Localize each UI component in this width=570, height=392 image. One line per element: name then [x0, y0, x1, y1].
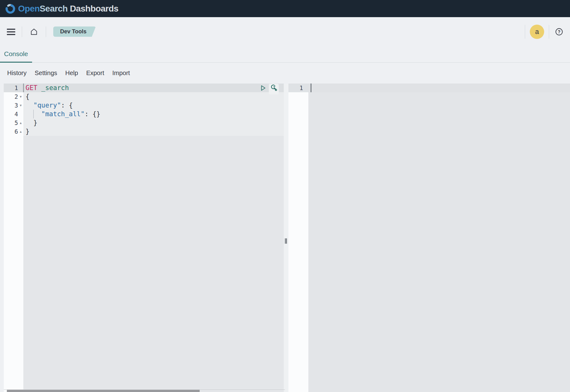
line-number: 6	[4, 127, 18, 136]
gutter-line: 3▾	[4, 101, 23, 110]
gutter-line: 4	[4, 110, 23, 118]
code-token-punct: }	[26, 128, 30, 135]
hamburger-icon	[7, 28, 15, 36]
menu-item-help[interactable]: Help	[65, 69, 78, 77]
wrench-icon	[270, 84, 278, 92]
svg-text:?: ?	[558, 29, 561, 34]
fold-arrow-icon[interactable]: ▴	[18, 127, 23, 136]
top-navbar: OpenSearch Dashboards	[0, 0, 570, 17]
fold-arrow-icon[interactable]: ▴	[18, 118, 23, 127]
code-line[interactable]: "query": {	[23, 101, 284, 110]
response-gutter-line: 1	[288, 84, 308, 92]
resizer-handle-icon[interactable]	[285, 238, 287, 244]
menu-item-import[interactable]: Import	[112, 69, 130, 77]
line-number: 5	[4, 118, 18, 127]
indent-guide	[33, 110, 34, 118]
line-number: 3	[4, 101, 18, 110]
code-token-key: "query"	[33, 102, 61, 109]
logo-text: OpenSearch Dashboards	[18, 4, 118, 14]
opensearch-logo[interactable]: OpenSearch Dashboards	[4, 3, 118, 15]
request-text-cursor	[23, 84, 24, 92]
gutter-line: 6▴	[4, 127, 23, 136]
gutter-line: 2▾	[4, 92, 23, 101]
menu-hamburger-button[interactable]	[7, 28, 15, 36]
request-editor[interactable]: 12▾3▾45▴6▴ GET _search{ "query": { "matc…	[4, 84, 284, 392]
request-line-actions	[259, 84, 279, 92]
menu-item-history[interactable]: History	[7, 69, 26, 77]
line-number: 4	[4, 110, 18, 118]
line-number: 2	[4, 92, 18, 101]
home-button[interactable]	[30, 27, 38, 36]
code-line[interactable]: {	[23, 92, 284, 101]
code-token-method: GET	[26, 84, 37, 92]
code-token-plain	[37, 84, 41, 92]
header-divider	[22, 26, 22, 37]
tab-console[interactable]: Console	[0, 46, 32, 63]
fold-arrow-icon[interactable]: ▾	[18, 101, 23, 110]
response-active-line	[308, 84, 570, 92]
send-request-play-button[interactable]	[259, 84, 267, 92]
code-line[interactable]: "match_all": {}	[23, 110, 284, 118]
console-menubar: HistorySettingsHelpExportImport	[0, 63, 570, 84]
request-editor-gutter: 12▾3▾45▴6▴	[4, 84, 23, 392]
line-number: 1	[4, 84, 18, 92]
tab-console-label: Console	[4, 50, 28, 58]
response-text-cursor	[311, 84, 311, 92]
breadcrumb-label: Dev Tools	[60, 28, 87, 35]
code-line[interactable]: }	[23, 127, 284, 136]
code-token-punct: {	[26, 93, 30, 100]
menu-item-settings[interactable]: Settings	[35, 69, 57, 77]
panel-resizer[interactable]	[284, 84, 288, 392]
code-token-punct: }	[26, 119, 37, 127]
request-code-lines[interactable]: GET _search{ "query": { "match_all": {} …	[23, 84, 284, 136]
code-line[interactable]: }	[23, 118, 284, 127]
breadcrumb-dev-tools[interactable]: Dev Tools	[53, 26, 96, 37]
help-button[interactable]: ?	[555, 27, 563, 36]
gutter-line: 1	[4, 84, 23, 92]
home-icon	[30, 27, 38, 36]
header-divider	[549, 25, 549, 39]
user-avatar[interactable]: a	[530, 25, 544, 39]
code-token-punct: : {	[61, 102, 73, 109]
fold-arrow-icon[interactable]: ▾	[18, 92, 23, 101]
avatar-initial: a	[535, 28, 539, 36]
header-divider	[525, 25, 525, 39]
response-editor[interactable]: 1	[288, 84, 570, 392]
header-divider	[46, 26, 46, 37]
menu-item-export[interactable]: Export	[86, 69, 104, 77]
opensearch-logo-icon	[4, 3, 16, 15]
response-editor-gutter: 1	[288, 84, 308, 392]
request-editor-body[interactable]: GET _search{ "query": { "match_all": {} …	[23, 84, 284, 392]
response-line-number: 1	[300, 84, 303, 92]
response-editor-body[interactable]	[308, 84, 570, 392]
code-token-punct: : {}	[85, 110, 101, 118]
code-token-key: "match_all"	[41, 110, 85, 118]
code-token-url: _search	[41, 84, 69, 92]
hscrollbar-thumb[interactable]	[7, 390, 200, 392]
gutter-line: 5▴	[4, 118, 23, 127]
opensearch-dashboards-app: OpenSearch Dashboards Dev Tools a	[0, 0, 570, 392]
secondary-header: Dev Tools a ?	[0, 17, 570, 46]
code-token-plain	[26, 102, 33, 109]
tab-bar: Console	[0, 46, 570, 63]
help-icon: ?	[555, 27, 563, 36]
code-line[interactable]: GET _search	[23, 84, 284, 92]
